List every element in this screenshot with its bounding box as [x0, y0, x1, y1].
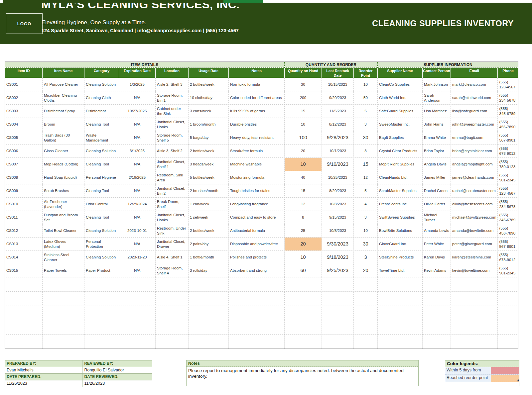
cell-expiration[interactable]: 10/27/2025 [119, 105, 156, 118]
cell-qty[interactable]: 10 [285, 158, 322, 171]
cell-category[interactable]: Paper Product [84, 264, 119, 277]
empty-cell[interactable] [156, 277, 189, 292]
cell-supplier[interactable]: Cloth World Inc. [378, 91, 423, 105]
cell-supplier[interactable]: GloveGuard Inc. [378, 238, 423, 251]
cell-email[interactable]: peter@gloveguard.com [451, 238, 498, 251]
cell-restock[interactable]: 10/25/2023 [322, 171, 354, 184]
empty-cell[interactable] [5, 292, 43, 306]
section-header-quantity-reorder[interactable]: QUANTITY AND REORDER [285, 62, 378, 68]
date-reviewed-label[interactable]: DATE REVIEWED: [82, 374, 152, 380]
empty-cell[interactable] [423, 292, 451, 306]
date-prepared-value[interactable]: 11/26/2023 [5, 380, 82, 387]
cell-category[interactable]: Personal Protection [84, 238, 119, 251]
cell-category[interactable]: Cleaning Tool [84, 158, 119, 171]
cell-category[interactable]: Cleaning Solution [84, 145, 119, 158]
empty-cell[interactable] [189, 292, 229, 306]
cell-expiration[interactable]: 2023-10-01 [119, 224, 156, 238]
cell-category[interactable]: Cleaning Tool [84, 184, 119, 198]
cell-item_id[interactable]: CS015 [5, 264, 43, 277]
cell-usage[interactable]: 5 bottles/week [189, 171, 229, 184]
cell-restock[interactable]: 10/15/2023 [322, 78, 354, 91]
date-reviewed-value[interactable]: 11/26/2023 [82, 380, 152, 387]
cell-item_name[interactable]: Dustpan and Broom Set [43, 211, 84, 224]
cell-supplier[interactable]: SweepMaster Inc. [378, 118, 423, 131]
cell-contact[interactable]: Amanda Lewis [423, 224, 451, 238]
cell-notes[interactable]: Long-lasting fragrance [229, 198, 285, 211]
cell-notes[interactable]: Antibacterial formula [229, 224, 285, 238]
cell-qty[interactable]: 10 [285, 118, 322, 131]
empty-cell[interactable] [451, 292, 498, 306]
empty-cell[interactable] [119, 320, 156, 335]
cell-item_name[interactable]: Mop Heads (Cotton) [43, 158, 84, 171]
cell-reorder[interactable]: 30 [354, 238, 378, 251]
empty-cell[interactable] [156, 335, 189, 349]
cell-notes[interactable]: Color-coded for different areas [229, 91, 285, 105]
cell-expiration[interactable]: N/A [119, 211, 156, 224]
cell-qty[interactable]: 200 [285, 91, 322, 105]
cell-contact[interactable]: Peter White [423, 238, 451, 251]
empty-cell[interactable] [84, 320, 119, 335]
cell-notes[interactable]: Kills 99.9% of germs [229, 105, 285, 118]
empty-cell[interactable] [229, 292, 285, 306]
empty-cell[interactable] [229, 306, 285, 320]
cell-item_id[interactable]: CS011 [5, 211, 43, 224]
cell-qty[interactable]: 15 [285, 184, 322, 198]
cell-item_id[interactable]: CS001 [5, 78, 43, 91]
empty-cell[interactable] [84, 277, 119, 292]
cell-item_name[interactable]: Trash Bags (30 Gallon) [43, 131, 84, 145]
cell-notes[interactable]: Tough bristles for stains [229, 184, 285, 198]
empty-cell[interactable] [189, 335, 229, 349]
cell-supplier[interactable]: ScrubMaster Supplies [378, 184, 423, 198]
cell-item_name[interactable]: Microfiber Cleaning Cloths [43, 91, 84, 105]
cell-reorder[interactable]: 3 [354, 251, 378, 264]
empty-cell[interactable] [156, 320, 189, 335]
column-header-usage[interactable]: Usage Rate [189, 68, 229, 78]
empty-cell[interactable] [119, 335, 156, 349]
cell-item_name[interactable]: All-Purpose Cleaner [43, 78, 84, 91]
cell-restock[interactable]: 9/28/2023 [322, 131, 354, 145]
empty-cell[interactable] [43, 292, 84, 306]
empty-cell[interactable] [285, 320, 322, 335]
empty-cell[interactable] [229, 320, 285, 335]
cell-contact[interactable]: Brian Taylor [423, 145, 451, 158]
empty-cell[interactable] [354, 335, 378, 349]
empty-cell[interactable] [5, 306, 43, 320]
cell-qty[interactable]: 25 [285, 224, 322, 238]
empty-cell[interactable] [354, 320, 378, 335]
cell-qty[interactable]: 100 [285, 131, 322, 145]
cell-reorder[interactable]: 15 [354, 158, 378, 171]
cell-restock[interactable]: 9/15/2023 [322, 211, 354, 224]
cell-restock[interactable]: 10/5/2023 [322, 224, 354, 238]
cell-phone[interactable]: (555) 901-2345 [498, 264, 518, 277]
empty-cell[interactable] [322, 335, 354, 349]
cell-email[interactable]: angela@mopitright.com [451, 158, 498, 171]
cell-notes[interactable]: Durable bristles [229, 118, 285, 131]
cell-expiration[interactable]: N/A [119, 238, 156, 251]
cell-item_name[interactable]: Disinfectant Spray [43, 105, 84, 118]
cell-usage[interactable]: 1 broom/month [189, 118, 229, 131]
cell-location[interactable]: Storage Room, Shelf 4 [156, 264, 189, 277]
cell-reorder[interactable]: 50 [354, 91, 378, 105]
cell-item_name[interactable]: Toilet Bowl Cleaner [43, 224, 84, 238]
color-legend-title[interactable]: Color legends: [445, 360, 519, 367]
cell-email[interactable]: karen@steelshine.com [451, 251, 498, 264]
empty-cell[interactable] [322, 277, 354, 292]
section-header-item-details[interactable]: ITEM DETAILS [5, 62, 285, 68]
cell-contact[interactable]: Angela Davis [423, 158, 451, 171]
empty-cell[interactable] [378, 292, 423, 306]
cell-reorder[interactable]: 3 [354, 211, 378, 224]
cell-expiration[interactable]: 3/1/2025 [119, 145, 156, 158]
cell-contact[interactable]: Rachel Green [423, 184, 451, 198]
cell-notes[interactable]: Heavy-duty, tear-resistant [229, 131, 285, 145]
cell-usage[interactable]: 3 rolls/day [189, 264, 229, 277]
empty-cell[interactable] [451, 335, 498, 349]
cell-phone[interactable]: (555) 678-9012 [498, 251, 518, 264]
column-header-restock[interactable]: Last Restock Date [322, 68, 354, 78]
cell-supplier[interactable]: SwiftSweep Supplies [378, 211, 423, 224]
empty-cell[interactable] [498, 335, 518, 349]
cell-reorder[interactable]: 4 [354, 198, 378, 211]
empty-cell[interactable] [189, 306, 229, 320]
cell-contact[interactable]: Kevin Adams [423, 264, 451, 277]
empty-cell[interactable] [5, 320, 43, 335]
empty-cell[interactable] [423, 306, 451, 320]
